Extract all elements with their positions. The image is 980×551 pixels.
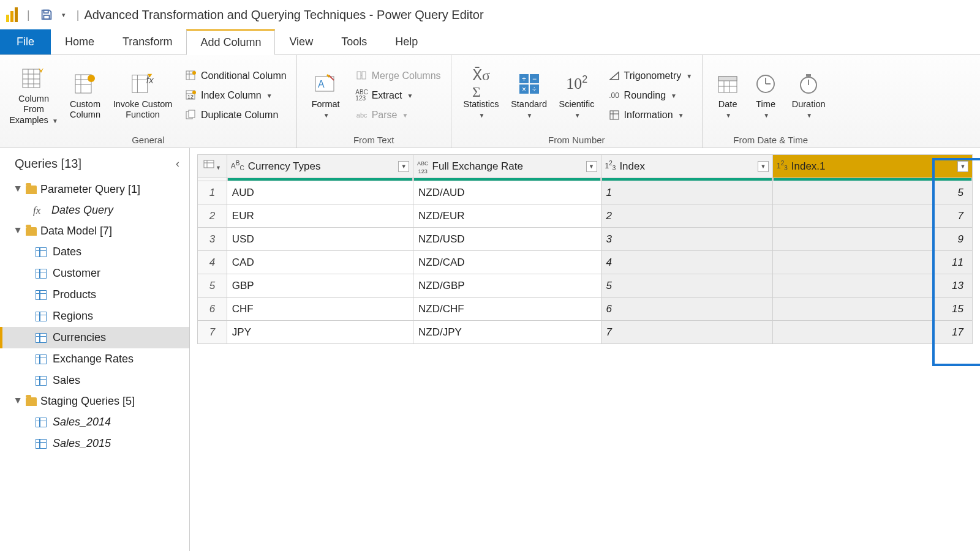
cell[interactable]: 9	[772, 228, 972, 251]
filter-button[interactable]: ▼	[758, 161, 769, 172]
dropdown-arrow-icon: ▼	[479, 112, 485, 119]
cell[interactable]: 5	[601, 274, 772, 298]
cell[interactable]: 11	[772, 251, 972, 274]
cell[interactable]: 17	[772, 321, 972, 344]
cell[interactable]: JPY	[227, 321, 413, 344]
cell[interactable]: EUR	[227, 204, 413, 228]
cell[interactable]: 15	[772, 298, 972, 321]
tree-item[interactable]: Sales_2014	[0, 411, 189, 433]
table-row[interactable]: 4 CAD NZD/CAD 4 11	[198, 251, 973, 274]
custom-column-button[interactable]: Custom Column	[61, 69, 109, 123]
tab-add-column[interactable]: Add Column	[186, 29, 275, 55]
qat-customize-button[interactable]: ▾	[56, 7, 72, 23]
cell[interactable]: 7	[772, 204, 972, 228]
index-column-button[interactable]: 12 Index Column ▼	[181, 88, 290, 103]
filter-button[interactable]: ▼	[398, 161, 409, 172]
data-grid[interactable]: ▼ABCCurrency Types▼ABC123Full Exchange R…	[197, 154, 973, 344]
cell[interactable]: 2	[601, 204, 772, 228]
cell[interactable]: USD	[227, 228, 413, 251]
tree-item[interactable]: Regions	[0, 305, 189, 327]
column-name: Full Exchange Rate	[432, 160, 582, 173]
cell[interactable]: NZD/CHF	[413, 298, 601, 321]
tab-view[interactable]: View	[275, 29, 327, 54]
save-button[interactable]	[39, 7, 55, 23]
cell[interactable]: AUD	[227, 181, 413, 204]
cell[interactable]: CAD	[227, 251, 413, 274]
table-row[interactable]: 5 GBP NZD/GBP 5 13	[198, 274, 973, 298]
tree-item[interactable]: fxDates Query	[0, 200, 189, 221]
trigonometry-button[interactable]: Trigonometry ▼	[605, 68, 696, 84]
svg-rect-51	[718, 77, 737, 81]
table-row[interactable]: 1 AUD NZD/AUD 1 5	[198, 181, 973, 204]
tree-item[interactable]: Sales	[0, 370, 189, 391]
tree-item[interactable]: Exchange Rates	[0, 348, 189, 370]
filter-button[interactable]: ▼	[586, 161, 597, 172]
column-header[interactable]: 123Index▼	[601, 155, 772, 178]
filter-button[interactable]: ▼	[957, 161, 968, 172]
duplicate-column-button[interactable]: Duplicate Column	[181, 107, 290, 123]
tab-tools[interactable]: Tools	[327, 29, 381, 54]
cell[interactable]: 1	[601, 181, 772, 204]
tree-item[interactable]: Products	[0, 284, 189, 305]
invoke-custom-function-button[interactable]: fx Invoke Custom Function	[109, 69, 176, 123]
tree-group[interactable]: ▶Data Model [7]	[0, 221, 189, 241]
item-label: Sales_2014	[53, 416, 111, 429]
table-icon	[36, 376, 47, 386]
table-row[interactable]: 3 USD NZD/USD 3 9	[198, 228, 973, 251]
conditional-column-icon	[185, 70, 197, 82]
tree-group[interactable]: ▶Parameter Query [1]	[0, 179, 189, 200]
table-icon	[36, 354, 47, 364]
date-button[interactable]: Date▼	[709, 69, 747, 123]
tab-file[interactable]: File	[0, 29, 51, 54]
cell[interactable]: NZD/EUR	[413, 204, 601, 228]
cell[interactable]: CHF	[227, 298, 413, 321]
format-button[interactable]: A Format▼	[303, 69, 349, 123]
tree-group[interactable]: ▶Staging Queries [5]	[0, 391, 189, 411]
grid-corner[interactable]: ▼	[198, 155, 227, 178]
cell[interactable]: NZD/GBP	[413, 274, 601, 298]
cell[interactable]: NZD/JPY	[413, 321, 601, 344]
cell[interactable]: NZD/USD	[413, 228, 601, 251]
invoke-custom-function-icon: fx	[130, 71, 156, 97]
column-header[interactable]: ABC123Full Exchange Rate▼	[413, 155, 601, 178]
extract-button[interactable]: ABC123 Extract ▼	[352, 88, 445, 103]
cell[interactable]: NZD/AUD	[413, 181, 601, 204]
item-label: Customer	[53, 267, 100, 280]
cell[interactable]: 6	[601, 298, 772, 321]
table-row[interactable]: 6 CHF NZD/CHF 6 15	[198, 298, 973, 321]
tab-help[interactable]: Help	[381, 29, 432, 54]
tab-transform[interactable]: Transform	[108, 29, 186, 54]
cell[interactable]: 13	[772, 274, 972, 298]
cell[interactable]: 7	[601, 321, 772, 344]
column-header[interactable]: ABCCurrency Types▼	[227, 155, 413, 178]
cell[interactable]: GBP	[227, 274, 413, 298]
statistics-button[interactable]: X̄σΣ Statistics▼	[458, 69, 505, 123]
item-label: Exchange Rates	[53, 353, 134, 365]
cell[interactable]: 3	[601, 228, 772, 251]
row-number: 6	[198, 298, 227, 321]
duplicate-column-icon	[185, 109, 197, 121]
cell[interactable]: 4	[601, 251, 772, 274]
table-row[interactable]: 7 JPY NZD/JPY 7 17	[198, 321, 973, 344]
tree-item[interactable]: Customer	[0, 263, 189, 284]
cell[interactable]: NZD/CAD	[413, 251, 601, 274]
tree-item[interactable]: Sales_2015	[0, 433, 189, 454]
tree-item[interactable]: Currencies	[0, 327, 189, 348]
merge-columns-label: Merge Columns	[372, 70, 441, 81]
cell[interactable]: 5	[772, 181, 972, 204]
scientific-icon: 102	[564, 71, 590, 97]
tree-item[interactable]: Dates	[0, 241, 189, 263]
information-button[interactable]: Information ▼	[605, 107, 696, 123]
tab-home[interactable]: Home	[51, 29, 108, 54]
collapse-pane-button[interactable]: ‹	[176, 157, 179, 170]
duration-button[interactable]: Duration▼	[785, 69, 832, 123]
dropdown-arrow-icon: ▼	[527, 112, 533, 119]
rounding-button[interactable]: .00 Rounding ▼	[605, 88, 696, 103]
conditional-column-button[interactable]: Conditional Column	[181, 68, 290, 84]
time-button[interactable]: Time▼	[747, 69, 785, 123]
scientific-button[interactable]: 102 Scientific▼	[553, 69, 601, 123]
column-header[interactable]: 123Index.1▼	[772, 155, 972, 178]
standard-button[interactable]: +−×÷ Standard▼	[505, 69, 553, 123]
column-from-examples-button[interactable]: Column From Examples ▼	[6, 63, 61, 128]
table-row[interactable]: 2 EUR NZD/EUR 2 7	[198, 204, 973, 228]
